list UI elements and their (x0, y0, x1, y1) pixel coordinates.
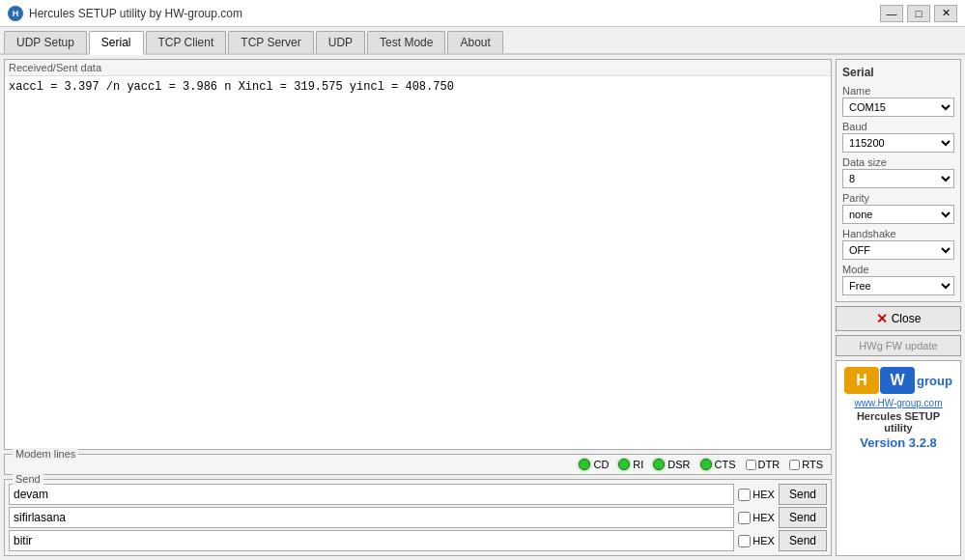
close-label: Close (892, 312, 922, 325)
config-select-handshake[interactable]: OFF RTS/CTS XON/XOFF (842, 240, 954, 260)
config-field-parity: Parity none odd even (842, 192, 954, 224)
left-panel: Received/Sent data xaccl = 3.397 /n yacc… (4, 59, 832, 556)
tab-udp[interactable]: UDP (316, 31, 365, 53)
led-ri (618, 459, 630, 470)
indicator-cts: CTS (700, 459, 736, 470)
modem-lines-label: Modem lines (13, 448, 78, 460)
brand-version: Version 3.2.8 (860, 435, 937, 450)
tab-about[interactable]: About (447, 31, 502, 53)
hw-w-box: W (880, 367, 915, 394)
received-section: Received/Sent data xaccl = 3.397 /n yacc… (4, 59, 832, 450)
brand-suffix: group (917, 374, 952, 388)
label-rts: RTS (802, 459, 823, 470)
minimize-button[interactable]: — (880, 5, 903, 22)
branding-panel: H W group www.HW-group.com Hercules SETU… (836, 360, 961, 556)
config-field-name: Name COM15 COM1 COM2 COM3 (842, 85, 954, 117)
send-row-3: HEX Send (9, 530, 827, 551)
config-label-baud: Baud (842, 121, 954, 132)
checkbox-dtr[interactable] (746, 460, 756, 470)
led-dsr (653, 459, 665, 470)
app-title: Hercules SETUP utility by HW-group.com (29, 7, 242, 20)
tabs-bar: UDP Setup Serial TCP Client TCP Server U… (0, 27, 965, 55)
serial-config: Serial Name COM15 COM1 COM2 COM3 Baud 11… (836, 59, 961, 302)
config-field-baud: Baud 115200 9600 57600 38400 (842, 121, 954, 153)
send-button-1[interactable]: Send (779, 484, 827, 505)
modem-indicators: CD RI DSR CTS DTR (13, 459, 823, 470)
checkbox-rts[interactable] (789, 460, 800, 470)
brand-product-name: Hercules SETUP utility (842, 410, 954, 434)
main-content: Received/Sent data xaccl = 3.397 /n yacc… (0, 55, 965, 560)
tab-tcp-server[interactable]: TCP Server (228, 31, 313, 53)
indicator-dsr: DSR (653, 459, 690, 470)
app-icon: H (8, 6, 23, 21)
close-button[interactable]: ✕ Close (836, 306, 961, 331)
indicator-rts: RTS (789, 459, 823, 470)
label-cd: CD (593, 459, 609, 470)
config-label-name: Name (842, 85, 954, 97)
hex-text-2: HEX (752, 512, 775, 523)
title-bar-left: H Hercules SETUP utility by HW-group.com (8, 6, 242, 21)
config-select-mode[interactable]: Free Fixed (842, 276, 954, 295)
send-button-2[interactable]: Send (779, 507, 827, 528)
tab-serial[interactable]: Serial (89, 31, 144, 55)
label-cts: CTS (715, 459, 736, 470)
label-dtr: DTR (758, 459, 781, 470)
window-close-button[interactable]: ✕ (934, 5, 957, 22)
action-buttons: ✕ Close HWg FW update (836, 306, 961, 356)
send-label: Send (13, 473, 43, 485)
indicator-dtr: DTR (746, 459, 781, 470)
right-panel: Serial Name COM15 COM1 COM2 COM3 Baud 11… (836, 59, 961, 556)
tab-test-mode[interactable]: Test Mode (367, 31, 445, 53)
received-label: Received/Sent data (5, 60, 831, 76)
hex-checkbox-3[interactable] (738, 535, 751, 547)
hw-logo: H W group (844, 367, 952, 394)
serial-config-title: Serial (842, 66, 954, 79)
label-ri: RI (633, 459, 643, 470)
received-data-content[interactable]: xaccl = 3.397 /n yaccl = 3.986 n Xincl =… (5, 76, 831, 449)
send-row-2: HEX Send (9, 507, 827, 528)
send-input-2[interactable] (9, 507, 734, 528)
send-row-1: HEX Send (9, 484, 827, 505)
send-section: Send HEX Send HEX Send (4, 479, 832, 556)
config-select-baud[interactable]: 115200 9600 57600 38400 (842, 133, 954, 153)
hex-label-3: HEX (738, 535, 775, 547)
tab-tcp-client[interactable]: TCP Client (146, 31, 227, 53)
hex-checkbox-1[interactable] (738, 489, 751, 501)
hex-text-3: HEX (752, 535, 775, 546)
send-input-3[interactable] (9, 530, 734, 551)
maximize-button[interactable]: □ (907, 5, 930, 22)
title-bar-controls: — □ ✕ (880, 5, 957, 22)
hw-h-box: H (844, 367, 879, 394)
modem-lines-section: Modem lines CD RI DSR CTS (4, 454, 832, 475)
indicator-cd: CD (579, 459, 609, 470)
led-cd (579, 459, 590, 470)
close-x-icon: ✕ (876, 311, 888, 326)
hw-w-letter: W (891, 372, 905, 389)
hex-label-2: HEX (738, 512, 775, 524)
hex-text-1: HEX (752, 489, 775, 500)
config-select-parity[interactable]: none odd even (842, 205, 954, 224)
label-dsr: DSR (667, 459, 690, 470)
config-label-mode: Mode (842, 264, 954, 275)
tab-udp-setup[interactable]: UDP Setup (4, 31, 87, 53)
send-input-1[interactable] (9, 484, 734, 505)
config-label-parity: Parity (842, 192, 954, 204)
config-field-mode: Mode Free Fixed (842, 264, 954, 295)
config-label-handshake: Handshake (842, 228, 954, 239)
fw-update-button[interactable]: HWg FW update (836, 335, 961, 356)
hw-h-letter: H (856, 372, 867, 389)
title-bar: H Hercules SETUP utility by HW-group.com… (0, 0, 965, 27)
config-select-datasize[interactable]: 8 7 6 5 (842, 169, 954, 188)
config-select-name[interactable]: COM15 COM1 COM2 COM3 (842, 98, 954, 117)
config-field-handshake: Handshake OFF RTS/CTS XON/XOFF (842, 228, 954, 260)
config-label-datasize: Data size (842, 156, 954, 168)
hex-label-1: HEX (738, 489, 775, 501)
indicator-ri: RI (618, 459, 643, 470)
hex-checkbox-2[interactable] (738, 512, 751, 524)
config-field-datasize: Data size 8 7 6 5 (842, 156, 954, 188)
brand-url[interactable]: www.HW-group.com (855, 398, 943, 408)
led-cts (700, 459, 712, 470)
send-button-3[interactable]: Send (779, 530, 827, 551)
